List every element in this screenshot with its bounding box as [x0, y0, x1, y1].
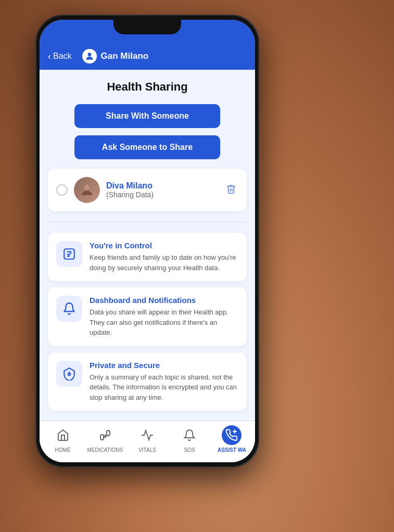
- private-text: Private and Secure Only a summary of eac…: [90, 361, 238, 403]
- dashboard-title: Dashboard and Notifications: [90, 296, 238, 305]
- nav-item-medications[interactable]: MEDICATIONS: [84, 425, 126, 453]
- private-title: Private and Secure: [90, 361, 238, 370]
- nav-title-section: Gan Milano: [82, 49, 149, 64]
- vitals-label: VITALS: [138, 447, 156, 453]
- sharing-contact-card: Diva Milano (Sharing Data): [48, 169, 247, 211]
- control-icon-wrap: [56, 241, 82, 267]
- home-label: HOME: [55, 447, 71, 453]
- assist-wa-label: ASSIST WA: [218, 447, 246, 453]
- phone-screen: ‹ Back Gan Milano Health Sharing Sh: [40, 20, 255, 462]
- back-label: Back: [53, 52, 72, 61]
- svg-rect-7: [100, 435, 104, 440]
- vitals-icon: [137, 425, 157, 445]
- phone-shell: ‹ Back Gan Milano Health Sharing Sh: [35, 15, 259, 467]
- nav-item-assist-wa[interactable]: ASSIST WA: [211, 425, 253, 453]
- private-description: Only a summary of each topic is shared, …: [90, 372, 238, 403]
- select-contact-radio[interactable]: [56, 184, 68, 196]
- dashboard-description: Data you share will appear in their Heal…: [90, 307, 238, 338]
- assist-wa-icon: [222, 425, 242, 445]
- bottom-navigation: HOME MEDICATIONS: [40, 421, 255, 462]
- svg-point-0: [87, 53, 91, 56]
- main-content: Health Sharing Share With Someone Ask So…: [40, 70, 255, 421]
- control-description: Keep friends and family up to date on ho…: [90, 252, 238, 273]
- sos-label: SOS: [184, 447, 195, 453]
- phone-notch: [113, 20, 181, 34]
- svg-rect-8: [107, 430, 110, 436]
- info-card-dashboard: Dashboard and Notifications Data you sha…: [48, 287, 247, 346]
- nav-item-vitals[interactable]: VITALS: [126, 425, 168, 453]
- medications-label: MEDICATIONS: [87, 447, 123, 453]
- private-icon-wrap: [56, 361, 82, 387]
- section-divider: [48, 222, 247, 222]
- control-text: You're in Control Keep friends and famil…: [90, 241, 238, 273]
- contact-avatar: [74, 177, 100, 203]
- share-with-someone-button[interactable]: Share With Someone: [74, 104, 220, 128]
- nav-item-sos[interactable]: SOS: [169, 425, 211, 453]
- back-button[interactable]: ‹ Back: [48, 51, 72, 62]
- contact-name: Diva Milano: [106, 181, 218, 191]
- scene: ‹ Back Gan Milano Health Sharing Sh: [0, 0, 394, 532]
- back-chevron-icon: ‹: [48, 51, 51, 62]
- ask-someone-to-share-button[interactable]: Ask Someone to Share: [74, 135, 220, 159]
- medications-icon: [95, 425, 115, 445]
- nav-user-name: Gan Milano: [101, 51, 149, 61]
- nav-item-home[interactable]: HOME: [42, 425, 84, 453]
- delete-contact-icon[interactable]: [224, 181, 238, 199]
- navigation-bar: ‹ Back Gan Milano: [40, 43, 255, 70]
- control-title: You're in Control: [90, 241, 238, 250]
- dashboard-text: Dashboard and Notifications Data you sha…: [90, 296, 238, 338]
- contact-info: Diva Milano (Sharing Data): [106, 181, 218, 199]
- home-icon: [53, 425, 73, 445]
- sos-icon: [180, 425, 199, 445]
- info-card-private: Private and Secure Only a summary of eac…: [48, 352, 247, 411]
- nav-user-avatar: [82, 49, 97, 64]
- page-title: Health Sharing: [48, 80, 247, 94]
- dashboard-icon-wrap: [56, 296, 82, 322]
- svg-point-1: [84, 185, 90, 190]
- info-card-control: You're in Control Keep friends and famil…: [48, 233, 247, 281]
- contact-status: (Sharing Data): [106, 191, 218, 199]
